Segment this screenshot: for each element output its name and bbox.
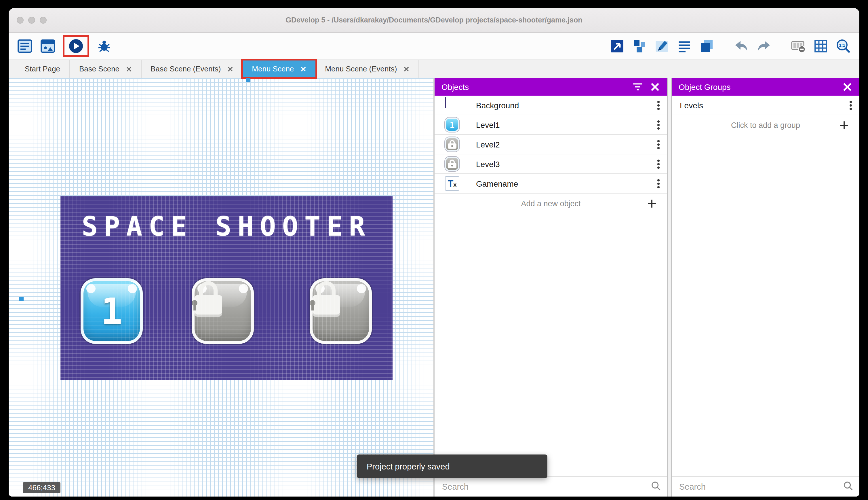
kebab-menu-icon[interactable] bbox=[650, 155, 667, 173]
zoom-window-button[interactable] bbox=[40, 17, 47, 24]
tab-close-icon[interactable] bbox=[126, 66, 131, 72]
scene-background-instance[interactable]: SPACE SHOOTER 1 bbox=[60, 196, 392, 380]
gdevelop-window: GDevelop 5 - /Users/dkarakay/Documents/G… bbox=[9, 8, 859, 497]
content-area: SPACE SHOOTER 1 bbox=[9, 78, 859, 497]
tab-close-icon[interactable] bbox=[403, 66, 409, 72]
layers-button[interactable] bbox=[699, 38, 715, 54]
button-highlight-dot bbox=[357, 284, 366, 293]
objects-groups-splitter[interactable] bbox=[667, 78, 672, 497]
cursor-coordinates-badge: 466;433 bbox=[23, 482, 60, 493]
objects-search-input[interactable] bbox=[441, 481, 646, 492]
add-group-plus-icon[interactable] bbox=[836, 115, 853, 135]
close-panel-icon[interactable] bbox=[650, 82, 660, 92]
debugger-icon bbox=[97, 38, 112, 54]
traffic-lights bbox=[17, 8, 47, 32]
object-row-background[interactable]: Background bbox=[435, 95, 667, 115]
groups-search-input[interactable] bbox=[678, 481, 838, 492]
toggle-instances-mask-button[interactable] bbox=[790, 38, 806, 54]
level1-number: 1 bbox=[83, 281, 140, 341]
tab-label: Menu Scene bbox=[252, 65, 294, 73]
objects-panel-button[interactable] bbox=[609, 38, 625, 54]
minimize-window-button[interactable] bbox=[28, 17, 35, 24]
level3-thumbnail bbox=[445, 157, 459, 171]
zoom-label: 1:1 bbox=[839, 43, 845, 47]
search-icon bbox=[843, 481, 853, 493]
zoom-reset-button[interactable]: 1:1 bbox=[835, 38, 851, 54]
add-group-row[interactable]: Click to add a group bbox=[672, 115, 859, 135]
zoom-one-to-one-icon: 1:1 bbox=[836, 38, 851, 54]
tab-menu-scene[interactable]: Menu Scene bbox=[243, 60, 316, 78]
object-groups-button[interactable] bbox=[631, 38, 647, 54]
add-object-plus-icon[interactable] bbox=[644, 194, 660, 213]
grid-icon bbox=[813, 38, 828, 54]
tab-label: Base Scene (Events) bbox=[151, 65, 221, 73]
window-clip: GDevelop 5 - /Users/dkarakay/Documents/G… bbox=[9, 8, 859, 497]
objects-panel-header: Objects bbox=[435, 78, 667, 95]
toolbar-right-group: 1:1 bbox=[609, 38, 851, 54]
add-group-label: Click to add a group bbox=[731, 121, 800, 129]
group-row-levels[interactable]: Levels bbox=[672, 95, 859, 115]
object-groups-panel-title: Object Groups bbox=[679, 82, 835, 92]
selection-handle-top[interactable] bbox=[246, 78, 250, 82]
layers-icon bbox=[699, 38, 714, 54]
kebab-menu-icon[interactable] bbox=[650, 115, 667, 134]
undo-button[interactable] bbox=[733, 38, 749, 54]
toggle-grid-button[interactable] bbox=[813, 38, 829, 54]
editor-tab-bar: Start Page Base Scene Base Scene (Events… bbox=[9, 60, 859, 78]
tab-base-scene[interactable]: Base Scene bbox=[70, 60, 141, 78]
object-row-gamename[interactable]: Tx Gamename bbox=[435, 174, 667, 194]
object-row-level3[interactable]: Level3 bbox=[435, 155, 667, 174]
filter-icon[interactable] bbox=[633, 82, 643, 92]
object-groups-icon bbox=[632, 38, 647, 54]
objects-search-row bbox=[435, 476, 667, 497]
button-highlight-dot bbox=[239, 284, 248, 293]
objects-panel: Objects Background bbox=[435, 78, 667, 497]
preview-button-wrapper bbox=[63, 35, 89, 57]
toolbar-left-group bbox=[17, 35, 112, 57]
window-title: GDevelop 5 - /Users/dkarakay/Documents/G… bbox=[286, 16, 583, 24]
tab-start-page[interactable]: Start Page bbox=[15, 60, 70, 78]
redo-button[interactable] bbox=[756, 38, 772, 54]
tab-label: Base Scene bbox=[79, 65, 119, 73]
group-name: Levels bbox=[680, 101, 842, 110]
tab-base-scene-events[interactable]: Base Scene (Events) bbox=[141, 60, 243, 78]
scene-editor-canvas[interactable]: SPACE SHOOTER 1 bbox=[9, 78, 433, 497]
add-new-object-row[interactable]: Add a new object bbox=[435, 194, 667, 213]
object-row-level1[interactable]: 1 Level1 bbox=[435, 115, 667, 135]
screenshot-stage: GDevelop 5 - /Users/dkarakay/Documents/G… bbox=[0, 0, 868, 500]
properties-button[interactable] bbox=[654, 38, 670, 54]
kebab-menu-icon[interactable] bbox=[650, 135, 667, 154]
title-bar: GDevelop 5 - /Users/dkarakay/Documents/G… bbox=[9, 8, 859, 33]
tab-menu-scene-events[interactable]: Menu Scene (Events) bbox=[316, 60, 419, 78]
selection-handle-left[interactable] bbox=[19, 297, 24, 301]
level2-button-instance[interactable] bbox=[192, 278, 254, 344]
project-manager-button[interactable] bbox=[17, 38, 33, 54]
groups-search-row bbox=[672, 476, 859, 497]
level2-thumbnail bbox=[445, 137, 459, 151]
kebab-menu-icon[interactable] bbox=[842, 95, 859, 115]
tab-close-icon[interactable] bbox=[227, 66, 233, 72]
scene-title-text-instance[interactable]: SPACE SHOOTER bbox=[60, 211, 392, 242]
level1-thumbnail: 1 bbox=[445, 117, 459, 132]
close-window-button[interactable] bbox=[17, 17, 24, 24]
search-icon bbox=[651, 481, 661, 493]
tab-close-icon[interactable] bbox=[300, 66, 306, 72]
kebab-menu-icon[interactable] bbox=[650, 95, 667, 115]
instances-list-icon bbox=[677, 38, 692, 54]
debugger-button[interactable] bbox=[96, 38, 112, 54]
toast-message: Project properly saved bbox=[367, 462, 450, 471]
object-name: Level3 bbox=[476, 159, 650, 169]
instances-list-button[interactable] bbox=[676, 38, 692, 54]
start-page-button[interactable] bbox=[40, 38, 56, 54]
level3-button-instance[interactable] bbox=[310, 278, 372, 344]
kebab-menu-icon[interactable] bbox=[650, 174, 667, 193]
object-row-level2[interactable]: Level2 bbox=[435, 135, 667, 155]
tab-label: Start Page bbox=[25, 65, 60, 73]
objects-panel-title: Objects bbox=[442, 82, 626, 92]
objects-panel-icon bbox=[610, 38, 624, 54]
preview-play-button[interactable] bbox=[68, 38, 84, 54]
close-panel-icon[interactable] bbox=[842, 82, 853, 92]
undo-icon bbox=[734, 38, 749, 54]
play-icon bbox=[69, 38, 83, 54]
level1-button-instance[interactable]: 1 bbox=[81, 278, 143, 344]
